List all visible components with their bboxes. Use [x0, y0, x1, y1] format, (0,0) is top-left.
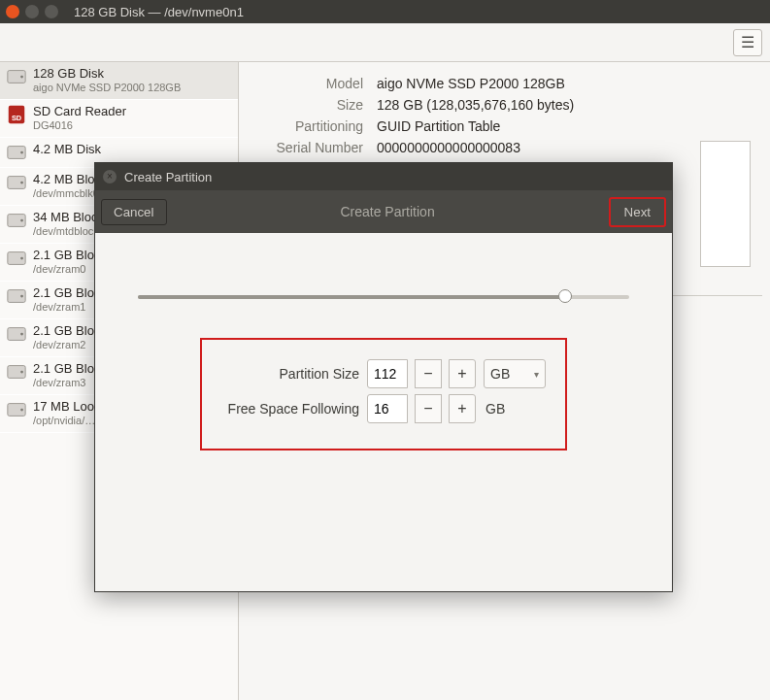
close-icon[interactable]: × [103, 170, 117, 183]
dialog-title: Create Partition [167, 204, 609, 219]
partition-size-input[interactable] [367, 359, 408, 388]
chevron-down-icon: ▾ [534, 369, 539, 380]
disk-icon [6, 210, 27, 231]
slider-thumb-icon[interactable] [558, 289, 572, 303]
device-subtitle: aigo NVMe SSD P2000 128GB [33, 82, 181, 95]
partition-size-plus-button[interactable]: + [449, 359, 476, 388]
disk-icon [6, 399, 27, 420]
slider-fill [138, 295, 565, 299]
free-space-label: Free Space Following [228, 401, 359, 417]
disk-icon [6, 248, 27, 269]
svg-text:SD: SD [12, 114, 21, 122]
svg-point-13 [20, 295, 23, 298]
cancel-button[interactable]: Cancel [101, 199, 167, 225]
svg-point-11 [20, 257, 23, 260]
details-label: Size [256, 97, 363, 113]
minimize-window-icon[interactable] [25, 5, 39, 18]
details-label: Model [256, 76, 363, 91]
details-row: PartitioningGUID Partition Table [256, 118, 753, 134]
sidebar-item-device[interactable]: 128 GB Diskaigo NVMe SSD P2000 128GB [0, 62, 238, 100]
close-window-icon[interactable] [6, 5, 19, 18]
device-title: SD Card Reader [33, 104, 126, 119]
details-row: Size128 GB (128,035,676,160 bytes) [256, 97, 753, 113]
sidebar-item-device[interactable]: SDSD Card ReaderDG4016 [0, 100, 238, 138]
volume-diagram [700, 141, 751, 267]
free-space-unit: GB [484, 401, 546, 417]
next-button[interactable]: Next [609, 197, 666, 227]
details-value: 0000000000000000083 [377, 140, 520, 155]
details-label: Serial Number [256, 140, 363, 155]
disk-icon [6, 285, 27, 307]
dialog-body: Partition Size − + GB ▾ Free Space Follo… [95, 233, 672, 470]
details-value: 128 GB (128,035,676,160 bytes) [377, 97, 574, 113]
disk-icon [6, 172, 27, 193]
svg-point-5 [20, 151, 23, 154]
disk-icon [6, 142, 27, 163]
disk-icon [6, 323, 27, 345]
unit-select-value: GB [490, 366, 510, 382]
free-space-input[interactable] [367, 394, 408, 423]
window-title: 128 GB Disk — /dev/nvme0n1 [74, 5, 244, 19]
svg-point-7 [20, 182, 23, 184]
hamburger-icon: ☰ [741, 33, 754, 51]
disk-icon [6, 66, 27, 87]
partition-size-minus-button[interactable]: − [415, 359, 442, 388]
device-title: 4.2 MB Disk [33, 142, 101, 157]
create-partition-dialog: × Create Partition Cancel Create Partiti… [94, 162, 673, 592]
unit-select[interactable]: GB ▾ [484, 359, 546, 388]
free-space-row: Free Space Following − + GB [210, 394, 546, 423]
partition-size-row: Partition Size − + GB ▾ [210, 359, 546, 388]
hamburger-menu-button[interactable]: ☰ [733, 29, 762, 56]
svg-point-1 [20, 76, 23, 79]
partition-size-label: Partition Size [280, 366, 359, 382]
svg-point-19 [20, 409, 23, 412]
svg-point-15 [20, 333, 23, 336]
disk-icon [6, 361, 27, 383]
window-titlebar: 128 GB Disk — /dev/nvme0n1 [0, 0, 770, 23]
svg-point-17 [20, 371, 23, 374]
main-toolbar: ☰ [0, 23, 770, 62]
svg-point-9 [20, 219, 23, 222]
details-value: GUID Partition Table [377, 118, 500, 134]
dialog-titlebar: × Create Partition [95, 163, 672, 190]
device-subtitle: DG4016 [33, 119, 126, 133]
partition-form-highlight: Partition Size − + GB ▾ Free Space Follo… [200, 338, 567, 450]
partition-size-slider[interactable] [138, 295, 629, 299]
sd-card-icon: SD [6, 104, 27, 125]
dialog-header-title: Create Partition [124, 170, 212, 184]
details-row: Modelaigo NVMe SSD P2000 128GB [256, 76, 753, 91]
free-space-minus-button[interactable]: − [415, 394, 442, 423]
device-title: 128 GB Disk [33, 66, 181, 82]
dialog-action-bar: Cancel Create Partition Next [95, 190, 672, 233]
details-row: Serial Number0000000000000000083 [256, 140, 753, 155]
free-space-plus-button[interactable]: + [449, 394, 476, 423]
details-label: Partitioning [256, 118, 363, 134]
maximize-window-icon[interactable] [45, 5, 58, 18]
details-value: aigo NVMe SSD P2000 128GB [377, 76, 565, 91]
